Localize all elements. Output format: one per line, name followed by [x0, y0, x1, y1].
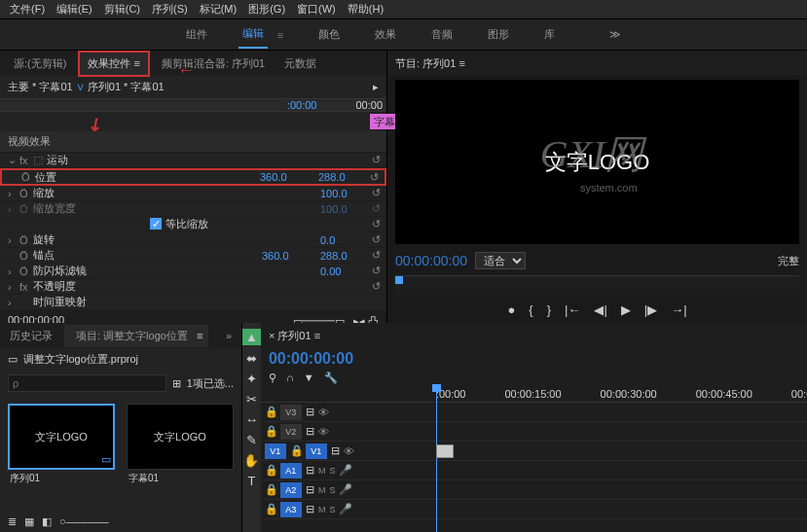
menu-sequence[interactable]: 序列(S) — [146, 2, 194, 17]
expand-icon[interactable]: › — [8, 188, 19, 199]
reset-icon[interactable]: ↺ — [372, 154, 381, 166]
search-input[interactable] — [8, 374, 166, 392]
icon-view-button[interactable]: ▦ — [24, 515, 34, 528]
lock-icon[interactable]: 🔒 — [290, 444, 302, 457]
freeform-view-button[interactable]: ◧ — [42, 515, 52, 528]
stopwatch-icon[interactable]: Ö — [19, 188, 33, 199]
video-clip[interactable] — [436, 444, 454, 458]
program-monitor[interactable]: 文字LOGO GXI网 system.com — [395, 80, 799, 244]
tab-assembly[interactable]: 组件 — [182, 21, 211, 48]
stopwatch-icon[interactable]: Ö — [19, 234, 33, 246]
solo-button[interactable]: S — [329, 466, 335, 476]
pen-tool[interactable]: ✎ — [246, 433, 257, 447]
voice-icon[interactable]: 🎤 — [339, 464, 352, 477]
settings-button[interactable]: 🔧 — [324, 372, 338, 384]
lock-icon[interactable]: 🔒 — [265, 464, 276, 477]
menu-graphics[interactable]: 图形(G) — [242, 2, 291, 17]
rotation-row[interactable]: ›Ö 旋转 0.0 ↺ — [0, 232, 386, 248]
mute-button[interactable]: M — [318, 505, 326, 514]
solo-button[interactable]: S — [329, 505, 335, 514]
motion-row[interactable]: ⌄fx⬚ 运动 ↺ — [0, 153, 386, 168]
position-x[interactable]: 360.0 — [260, 171, 318, 183]
eye-icon[interactable]: 👁 — [318, 426, 329, 438]
overflow-icon[interactable]: » — [220, 326, 238, 345]
stopwatch-icon[interactable]: Ö — [19, 266, 33, 277]
program-timecode[interactable]: 00:00:00:00 — [395, 253, 467, 268]
stopwatch-icon[interactable]: Ö — [21, 171, 35, 183]
menu-help[interactable]: 帮助(H) — [342, 2, 389, 17]
menu-clip[interactable]: 剪辑(C) — [98, 2, 146, 17]
reset-icon[interactable]: ↺ — [372, 265, 381, 277]
list-view-button[interactable]: ≣ — [8, 515, 17, 528]
anchor-row[interactable]: Ö 锚点 360.0 288.0 ↺ — [0, 248, 386, 264]
track-v2[interactable]: 🔒V2⊟👁 — [261, 422, 807, 442]
play-icon[interactable]: ▸ — [373, 81, 379, 93]
eye-icon[interactable]: 👁 — [344, 445, 354, 457]
anchor-y[interactable]: 288.0 — [320, 250, 379, 262]
tab-history[interactable]: 历史记录 — [4, 325, 58, 347]
reset-icon[interactable]: ↺ — [372, 187, 381, 199]
mute-button[interactable]: M — [318, 466, 326, 476]
play-button[interactable]: ▶ — [621, 302, 631, 317]
uniform-scale-row[interactable]: ✓等比缩放 ↺ — [0, 217, 386, 232]
tab-effects[interactable]: 效果 — [371, 21, 400, 48]
position-y[interactable]: 288.0 — [318, 171, 377, 183]
voice-icon[interactable]: 🎤 — [339, 483, 352, 496]
reset-icon[interactable]: ↺ — [372, 218, 381, 231]
track-a1[interactable]: 🔒A1⊟MS🎤 — [261, 461, 807, 480]
track-output-icon[interactable]: ⊟ — [306, 503, 314, 515]
tab-metadata[interactable]: 元数据 — [276, 53, 324, 75]
program-tab[interactable]: 节目: 序列01 ≡ — [395, 56, 465, 71]
track-target[interactable]: V1 — [306, 443, 327, 459]
lock-icon[interactable]: 🔒 — [265, 425, 276, 438]
marker-button[interactable]: ▼ — [304, 372, 314, 384]
flicker-row[interactable]: ›Ö 防闪烁滤镜 0.00 ↺ — [0, 264, 386, 279]
track-target[interactable]: A2 — [280, 482, 302, 498]
type-tool[interactable]: T — [247, 474, 255, 488]
slip-tool[interactable]: ↔ — [245, 412, 258, 427]
track-v1[interactable]: V1🔒V1⊟👁 — [261, 442, 807, 461]
reset-icon[interactable]: ↺ — [372, 249, 381, 262]
time-remap-row[interactable]: › 时间重映射 — [0, 295, 386, 310]
stopwatch-icon[interactable]: Ö — [19, 250, 33, 262]
step-back-button[interactable]: ◀| — [594, 302, 606, 317]
lock-icon[interactable]: 🔒 — [265, 503, 276, 515]
eye-icon[interactable]: 👁 — [318, 407, 329, 418]
menu-file[interactable]: 文件(F) — [4, 2, 51, 17]
mark-in-button[interactable]: { — [529, 302, 532, 317]
tab-audio-mixer[interactable]: 频剪辑混合器: 序列01 — [154, 53, 273, 75]
anchor-x[interactable]: 360.0 — [262, 250, 320, 262]
linked-selection-button[interactable]: ∩ — [286, 372, 294, 384]
overflow-icon[interactable]: ≫ — [605, 22, 625, 47]
source-patch[interactable]: V1 — [265, 443, 286, 459]
opacity-row[interactable]: ›fx 不透明度 ↺ — [0, 279, 386, 295]
tab-project[interactable]: 项目: 调整文字logo位置 ≡ — [64, 325, 208, 347]
rotation-value[interactable]: 0.0 — [320, 234, 379, 246]
solo-button[interactable]: S — [329, 485, 335, 495]
reset-icon[interactable]: ↺ — [372, 233, 381, 246]
menu-marker[interactable]: 标记(M) — [194, 2, 243, 17]
track-output-icon[interactable]: ⊟ — [306, 483, 314, 496]
flicker-value[interactable]: 0.00 — [320, 266, 379, 277]
reset-icon[interactable]: ↺ — [372, 280, 381, 293]
playhead-icon[interactable] — [395, 276, 403, 284]
expand-icon[interactable]: ⌄ — [8, 154, 19, 166]
timeline-timecode[interactable]: 00:00:00:00 — [269, 350, 353, 368]
lock-icon[interactable]: 🔒 — [265, 406, 276, 418]
scale-row[interactable]: ›Ö 缩放 100.0 ↺ — [0, 186, 386, 201]
track-target[interactable]: A1 — [280, 463, 302, 479]
menu-window[interactable]: 窗口(W) — [291, 2, 342, 17]
mute-button[interactable]: M — [318, 485, 326, 495]
step-fwd-button[interactable]: |▶ — [644, 302, 657, 317]
razor-tool[interactable]: ✂ — [246, 392, 257, 407]
filter-icon[interactable]: ⊞ — [172, 377, 181, 390]
tab-audio[interactable]: 音频 — [427, 21, 457, 48]
go-to-out-button[interactable]: →| — [671, 302, 686, 317]
uniform-checkbox[interactable]: ✓ — [150, 218, 162, 230]
project-item-sequence[interactable]: 文字LOGO▭ 序列01 — [8, 404, 115, 504]
timeline-ruler[interactable]: :00:00 00:00:15:00 00:00:30:00 00:00:45:… — [261, 386, 807, 403]
project-item-title[interactable]: 文字LOGO 字幕01 — [127, 404, 234, 504]
tab-editing[interactable]: 编辑 — [238, 20, 268, 49]
zoom-slider[interactable]: ○———— — [59, 515, 234, 528]
fit-select[interactable]: 适合 — [475, 252, 526, 269]
